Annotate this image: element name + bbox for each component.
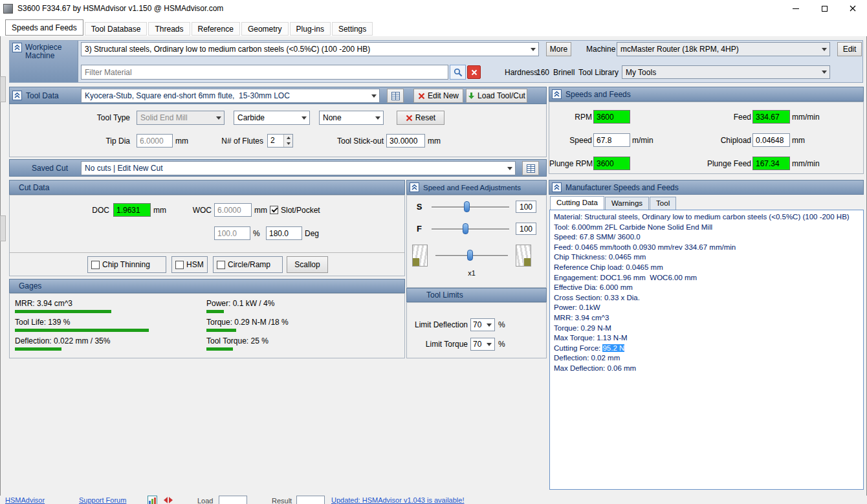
slider-thumb[interactable]: [463, 223, 468, 234]
tab-reference[interactable]: Reference: [192, 22, 240, 36]
slot-pocket-checkbox[interactable]: [270, 206, 278, 214]
cutting-data-line: Cutting Force: 95.2 N: [554, 344, 859, 354]
tab-tool-database[interactable]: Tool Database: [85, 22, 148, 36]
tool-database-button[interactable]: [387, 89, 404, 103]
chevron-down-icon: [505, 162, 515, 175]
tab-geometry[interactable]: Geometry: [241, 22, 289, 36]
tool-type-combobox[interactable]: Solid End Mill: [137, 111, 225, 125]
feed-input[interactable]: 334.67: [752, 110, 790, 124]
flutes-label: N# of Flutes: [195, 137, 267, 146]
feed-adjust-value[interactable]: 100: [516, 223, 536, 235]
edit-machine-button[interactable]: Edit: [837, 42, 862, 56]
gauge-mrr: MRR: 3.94 cm^3: [15, 299, 196, 313]
plunge-feed-input[interactable]: 167.34: [752, 157, 790, 170]
chipload-input[interactable]: 0.04648: [752, 133, 790, 147]
cutting-data-text[interactable]: Material: Structural steels, Ordinary lo…: [549, 210, 864, 490]
multiplier-row: [412, 245, 542, 267]
manufacturer-tab-cutting-data[interactable]: Cutting Data: [550, 196, 604, 210]
cutting-data-line: Chip Thickness: 0.0465 mm: [554, 252, 859, 263]
plunge-rpm-input[interactable]: 3600: [593, 157, 630, 170]
feed-adjust-slider[interactable]: [430, 223, 510, 235]
close-button[interactable]: [839, 0, 867, 17]
collapse-chevron-icon[interactable]: [12, 43, 22, 52]
saved-cut-section-header: Saved Cut No cuts | Edit New Cut: [9, 159, 547, 177]
machine-combobox[interactable]: mcMaster Router (18k RPM, 4HP): [617, 42, 830, 56]
material-combobox[interactable]: 3) Structural steels, Ordinary low to me…: [81, 42, 539, 56]
hsm-checkbox[interactable]: [175, 261, 184, 269]
cutting-data-line: Torque: 0.29 N-M: [554, 323, 859, 334]
support-forum-link[interactable]: Support Forum: [79, 496, 126, 504]
load-value-box[interactable]: [219, 496, 247, 504]
tab-settings[interactable]: Settings: [332, 22, 373, 36]
saved-cut-database-button[interactable]: [522, 161, 539, 175]
flutes-spinner[interactable]: 2: [267, 134, 293, 148]
edit-new-button[interactable]: Edit New: [413, 89, 463, 103]
spinner-up-button[interactable]: [284, 135, 292, 141]
more-button[interactable]: More: [546, 42, 571, 56]
hsm-toggle[interactable]: HSM: [171, 256, 208, 273]
limit-deflection-combobox[interactable]: 70: [470, 318, 495, 331]
woc-percent-input[interactable]: 100.0: [214, 226, 250, 240]
speed-adjust-slider[interactable]: [430, 201, 510, 213]
selected-text: 95.2 N: [602, 344, 624, 352]
manufacturer-tab-bar: Cutting DataWarningsTool: [550, 196, 864, 210]
circle-ramp-checkbox[interactable]: [217, 261, 225, 269]
table-icon: [527, 164, 535, 173]
circle-ramp-toggle[interactable]: Circle/Ramp: [213, 256, 283, 273]
cutting-data-line: Effective Dia: 6.000 mm: [554, 283, 859, 293]
collapse-chevron-icon[interactable]: [12, 91, 22, 100]
collapse-chevron-icon[interactable]: [552, 182, 562, 192]
flutes-value: 2: [268, 135, 283, 147]
collapse-chevron-icon[interactable]: [410, 182, 419, 192]
compare-icon[interactable]: [163, 496, 173, 504]
speed-adjust-value[interactable]: 100: [516, 201, 536, 213]
endmill-icon: [516, 245, 531, 267]
chip-thinning-toggle[interactable]: Chip Thinning: [87, 256, 166, 273]
tool-combobox[interactable]: Kyocera-Stub, Square end-short 6mm flute…: [81, 89, 380, 103]
limit-torque-combobox[interactable]: 70: [470, 338, 495, 351]
clear-filter-button[interactable]: [467, 65, 481, 79]
rpm-input[interactable]: 3600: [593, 110, 630, 124]
chart-icon[interactable]: [148, 496, 157, 504]
slider-thumb[interactable]: [467, 250, 473, 261]
edit-new-label: Edit New: [428, 91, 459, 100]
tool-data-section-header: Tool Data Kyocera-Stub, Square end-short…: [9, 87, 547, 104]
slider-thumb[interactable]: [464, 201, 470, 212]
search-button[interactable]: [450, 65, 466, 80]
reset-button[interactable]: Reset: [397, 111, 444, 125]
update-link[interactable]: Updated: HSMAdvisor v1.043 is available!: [331, 496, 464, 504]
woc-input[interactable]: 6.0000: [214, 203, 252, 217]
load-tool-cut-button[interactable]: Load Tool/Cut: [466, 89, 527, 103]
tab-plug-ins[interactable]: Plug-ins: [290, 22, 331, 36]
chip-thinning-checkbox[interactable]: [91, 261, 100, 269]
spinner-down-button[interactable]: [284, 141, 292, 148]
collapse-chevron-icon[interactable]: [552, 89, 562, 99]
manufacturer-tab-tool[interactable]: Tool: [650, 197, 676, 210]
filter-material-input[interactable]: [81, 65, 448, 80]
scallop-button[interactable]: Scallop: [287, 256, 328, 273]
stickout-input[interactable]: 30.0000: [386, 134, 425, 148]
tip-dia-input[interactable]: 6.0000: [137, 134, 173, 148]
tab-speeds-and-feeds[interactable]: Speeds and Feeds: [5, 19, 83, 36]
maximize-button[interactable]: [810, 0, 839, 17]
app-icon: [3, 4, 13, 14]
coating-combobox[interactable]: None: [319, 111, 384, 125]
stickout-unit: mm: [428, 137, 447, 146]
angle-input[interactable]: 180.0: [266, 226, 302, 240]
doc-input[interactable]: 1.9631: [113, 203, 151, 217]
speed-input[interactable]: 67.8: [593, 133, 630, 147]
multiplier-slider[interactable]: [434, 250, 509, 261]
tool-material-combobox[interactable]: Carbide: [234, 111, 310, 125]
tool-library-combobox[interactable]: My Tools: [622, 65, 830, 79]
slot-pocket-label: Slot/Pocket: [281, 206, 320, 215]
manufacturer-tab-warnings[interactable]: Warnings: [605, 197, 649, 210]
left-panel-handle[interactable]: [0, 215, 6, 241]
result-value-box[interactable]: [296, 496, 325, 504]
left-panel-handle[interactable]: [0, 76, 6, 102]
minimize-button[interactable]: [782, 0, 810, 17]
hsmadvisor-link[interactable]: HSMAdvisor: [5, 496, 45, 504]
speed-adjust-label: S: [412, 202, 426, 212]
saved-cut-combobox[interactable]: No cuts | Edit New Cut: [81, 161, 516, 175]
gauge-tool-life: Tool Life: 139 %: [15, 318, 196, 332]
tab-threads[interactable]: Threads: [148, 22, 190, 36]
